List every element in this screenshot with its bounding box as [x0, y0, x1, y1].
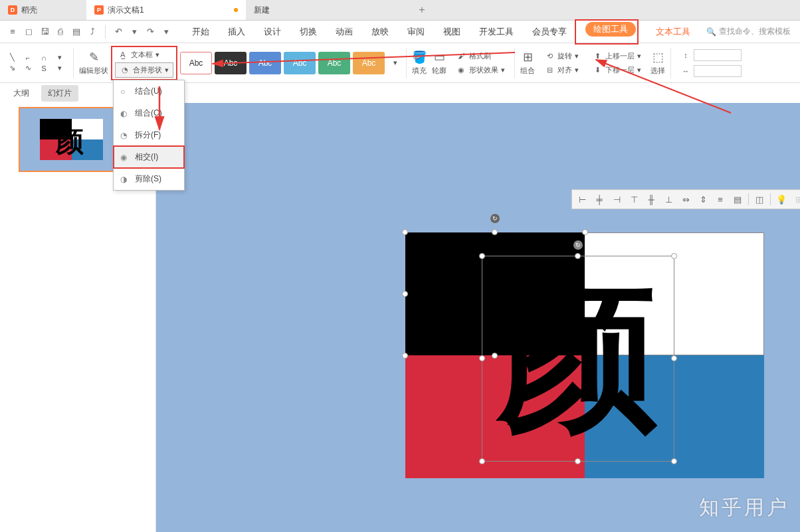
- print-icon[interactable]: ⎙: [54, 26, 66, 38]
- handle-s[interactable]: [575, 458, 581, 464]
- label: 文本框: [131, 50, 153, 60]
- menu-start[interactable]: 开始: [183, 21, 219, 43]
- style-swatch-5[interactable]: Abc: [318, 52, 350, 74]
- menu-slideshow[interactable]: 放映: [362, 21, 398, 43]
- handle-sw[interactable]: [402, 353, 408, 359]
- preview-icon[interactable]: ▤: [70, 26, 82, 38]
- style-swatch-1[interactable]: Abc: [180, 52, 212, 74]
- connector-shape-icon[interactable]: ⌐: [21, 53, 35, 62]
- tab-presentation[interactable]: P 演示文稿1: [86, 0, 246, 20]
- more-icon[interactable]: ⊞: [791, 192, 800, 207]
- label: 剪除(S): [135, 173, 161, 185]
- arrow-shape-icon[interactable]: ⇘: [5, 64, 19, 73]
- view-slides[interactable]: 幻灯片: [41, 85, 78, 102]
- menu-animation[interactable]: 动画: [326, 21, 362, 43]
- align-left-icon[interactable]: ⊢: [574, 192, 590, 207]
- tab-new[interactable]: 新建: [246, 0, 412, 20]
- align-bottom-icon[interactable]: ⊥: [660, 192, 676, 207]
- textbox-button[interactable]: A̲ 文本框 ▾: [115, 48, 173, 61]
- bring-forward-button[interactable]: ⬆ 上移一层 ▾: [589, 50, 644, 62]
- handle-nw[interactable]: [402, 229, 408, 235]
- zigzag-shape-icon[interactable]: ∿: [21, 64, 35, 73]
- label: 格式刷: [469, 51, 491, 61]
- curve-shape-icon[interactable]: ∩: [37, 53, 50, 62]
- dropdown-icon: ▾: [155, 50, 159, 59]
- handle-se[interactable]: [671, 458, 677, 464]
- select-button[interactable]: ⬚ 选择: [649, 50, 666, 76]
- rotation-handle[interactable]: ↻: [573, 240, 583, 250]
- width-input[interactable]: ↔: [678, 64, 744, 78]
- merge-shapes-button[interactable]: ◔ 合并形状 ▾: [115, 62, 173, 78]
- menu-combine[interactable]: ◐ 组合(C): [114, 102, 184, 124]
- slide-thumbnail-1[interactable]: 颜: [19, 107, 125, 172]
- line-shape-icon[interactable]: ╲: [5, 53, 19, 62]
- edit-shape-button[interactable]: ✎ 编辑形状: [78, 50, 110, 76]
- align-top-icon[interactable]: ⊤: [626, 192, 642, 207]
- search-box[interactable]: 🔍 查找命令、搜索模板: [700, 26, 797, 37]
- rotate-button[interactable]: ⟲ 旋转 ▾: [542, 50, 581, 62]
- handle-ne[interactable]: [582, 229, 588, 235]
- handle-e[interactable]: [671, 355, 677, 361]
- menu-insert[interactable]: 插入: [219, 21, 254, 43]
- save-icon[interactable]: 🖫: [39, 26, 50, 38]
- menu-review[interactable]: 审阅: [398, 21, 434, 43]
- menu-design[interactable]: 设计: [254, 21, 290, 43]
- redo-button[interactable]: ↷: [144, 26, 156, 38]
- menu-union[interactable]: ○ 结合(U): [114, 80, 184, 102]
- equal-width-icon[interactable]: ≡: [712, 192, 728, 207]
- s-shape-icon[interactable]: S: [37, 64, 50, 73]
- equal-height-icon[interactable]: ▤: [730, 192, 746, 207]
- menu-transition[interactable]: 切换: [290, 21, 326, 43]
- undo-dropdown-icon[interactable]: ▾: [128, 26, 140, 38]
- bulb-icon[interactable]: 💡: [773, 192, 789, 207]
- shape-effect-button[interactable]: ◉ 形状效果 ▾: [453, 64, 508, 76]
- open-icon[interactable]: ◻: [23, 26, 35, 38]
- expand-shapes-icon[interactable]: ▾: [53, 64, 66, 73]
- qat-menu-icon[interactable]: ≡: [7, 26, 19, 38]
- format-painter-button[interactable]: 🖌 格式刷: [453, 50, 508, 62]
- align-button[interactable]: ⊟ 对齐 ▾: [542, 64, 581, 76]
- height-input[interactable]: ↕: [678, 48, 744, 62]
- view-outline[interactable]: 大纲: [7, 85, 36, 102]
- menu-subtract[interactable]: ◑ 剪除(S): [114, 168, 184, 190]
- new-tab-button[interactable]: +: [412, 0, 432, 20]
- more-shapes-icon[interactable]: ▾: [53, 53, 66, 62]
- undo-button[interactable]: ↶: [112, 26, 124, 38]
- fill-button[interactable]: 🪣 填充: [411, 50, 428, 76]
- handle-w[interactable]: [402, 291, 408, 297]
- menu-devtools[interactable]: 开发工具: [470, 21, 523, 43]
- menu-member[interactable]: 会员专享: [523, 21, 576, 43]
- handle-nw[interactable]: [479, 253, 485, 259]
- menu-intersect[interactable]: ◉ 相交(I): [114, 146, 184, 168]
- menu-text-tools[interactable]: 文本工具: [647, 21, 700, 43]
- handle-w[interactable]: [479, 355, 485, 361]
- style-swatch-6[interactable]: Abc: [353, 52, 385, 74]
- match-size-icon[interactable]: ◫: [751, 192, 767, 207]
- slide-canvas[interactable]: ⊢ ╪ ⊣ ⊤ ╫ ⊥ ⇔ ⇕ ≡ ▤ ◫ 💡 ⊞ ↻: [156, 103, 800, 532]
- export-icon[interactable]: ⤴: [86, 26, 98, 38]
- format-painter-icon: 🖌: [456, 52, 466, 60]
- menu-fragment[interactable]: ◔ 拆分(F): [114, 124, 184, 146]
- send-backward-button[interactable]: ⬇ 下移一层 ▾: [589, 64, 644, 76]
- styles-expand-icon[interactable]: ▾: [389, 58, 402, 68]
- distribute-v-icon[interactable]: ⇕: [695, 192, 711, 207]
- style-swatch-2[interactable]: Abc: [215, 52, 247, 74]
- handle-n[interactable]: [575, 253, 581, 259]
- rotation-handle[interactable]: ↻: [490, 214, 500, 223]
- style-swatch-3[interactable]: Abc: [249, 52, 281, 74]
- distribute-h-icon[interactable]: ⇔: [678, 192, 694, 207]
- menu-view[interactable]: 视图: [434, 21, 470, 43]
- style-swatch-4[interactable]: Abc: [284, 52, 316, 74]
- tab-docer[interactable]: D 稻壳: [0, 0, 86, 20]
- align-right-icon[interactable]: ⊣: [609, 192, 625, 207]
- handle-ne[interactable]: [671, 253, 677, 259]
- more-dropdown-icon[interactable]: ▾: [160, 26, 172, 38]
- group-button[interactable]: ⊞ 组合: [519, 50, 536, 76]
- handle-sw[interactable]: [479, 458, 485, 464]
- align-center-h-icon[interactable]: ╪: [591, 192, 607, 207]
- outline-button[interactable]: ▭ 轮廓: [431, 50, 448, 76]
- align-middle-v-icon[interactable]: ╫: [643, 192, 659, 207]
- handle-n[interactable]: [492, 229, 498, 235]
- text-shape[interactable]: 颜 ↻: [482, 256, 674, 462]
- menu-drawing-tools[interactable]: 绘图工具: [585, 22, 636, 37]
